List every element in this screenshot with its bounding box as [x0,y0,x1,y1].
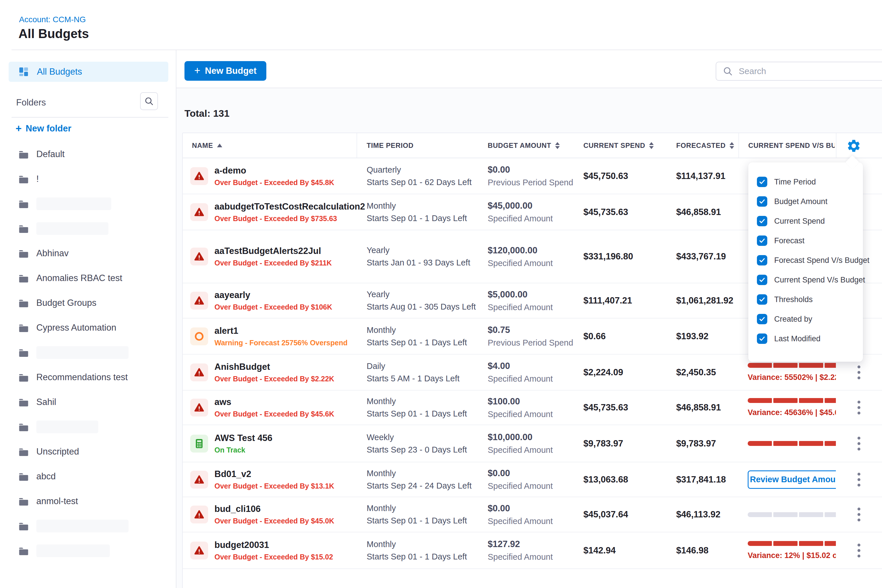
sidebar-folder-redacted[interactable] [0,538,175,563]
folder-search-button[interactable] [140,92,158,110]
current-spend-cell: $9,783.97 [584,425,673,462]
row-menu-button[interactable] [855,541,863,560]
search-box [716,62,882,81]
sidebar-folder-unscripted[interactable]: Unscripted [0,439,175,464]
table-row[interactable]: budget20031Over Budget - Exceeded By $15… [183,532,882,569]
time-period-cell: YearlyStarts Aug 01 - 305 Days Left [367,284,485,318]
checkbox-checked-icon[interactable] [757,294,767,304]
on-track-icon [190,435,208,453]
progress-segment [825,512,836,517]
budget-amount-cell: $0.00Specified Amount [488,462,580,496]
column-toggle-budget-amount[interactable]: Budget Amount [748,192,863,211]
sidebar-folder-sahil[interactable]: Sahil [0,390,175,414]
column-toggle-label: Forecast Spend V/s Budget [774,256,869,265]
forecasted-cell: $46,113.92 [676,497,747,532]
column-header-forecasted[interactable]: FORECASTED [676,133,734,158]
column-header-current-spend[interactable]: CURRENT SPEND [584,133,654,158]
forecasted-value: $2,450.35 [676,367,747,378]
folder-icon [18,347,29,358]
table-row[interactable]: awsOver Budget - Exceeded By $45.6KMonth… [183,390,882,425]
actions-cell [850,532,868,568]
progress-segment [748,398,772,403]
name-cell: Bd01_v2Over Budget - Exceeded By $13.1K [190,462,352,496]
sidebar-folder-cypress-automation[interactable]: Cypress Automation [0,315,175,340]
time-period-cell: WeeklyStarts Sep 23 - 0 Days Left [367,425,485,462]
checkbox-checked-icon[interactable] [757,216,767,226]
over-budget-warning-icon [190,399,208,417]
row-menu-button[interactable] [855,434,863,453]
checkbox-checked-icon[interactable] [757,314,767,324]
budget-name: aws [214,397,334,407]
column-settings-button[interactable] [846,137,864,154]
progress-segment [825,398,836,403]
current-spend-value: $2,224.09 [584,367,673,378]
row-menu-button[interactable] [855,363,863,382]
sidebar-folder-recommendations-test[interactable]: Recommendations test [0,365,175,390]
sidebar-folder-redacted[interactable] [0,216,175,241]
sidebar-folder-budget-groups[interactable]: Budget Groups [0,291,175,315]
forecasted-cell: $146.98 [676,532,747,568]
table-row[interactable]: AWS Test 456On TrackWeeklyStarts Sep 23 … [183,425,882,462]
column-header-name[interactable]: NAME [192,133,222,158]
account-breadcrumb-link[interactable]: Account: CCM-NG [19,15,86,24]
new-budget-button[interactable]: + New Budget [184,61,266,81]
period-detail: Starts Sep 01 - 1 Days Left [367,516,485,525]
column-header-current-vs-budget[interactable]: CURRENT SPEND V/S BUDGET [748,133,835,158]
sidebar-folder--[interactable]: ! [0,166,175,191]
forecasted-value: $114,137.91 [676,171,747,181]
table-row[interactable]: Bd01_v2Over Budget - Exceeded By $13.1KM… [183,462,882,497]
sidebar-folder-abhinav[interactable]: Abhinav [0,241,175,266]
column-header-budget-amount[interactable]: BUDGET AMOUNT [488,133,560,158]
variance-text: Variance: 45636% | $45.6 [748,408,836,417]
review-budget-amount-button[interactable]: Review Budget Amount [748,470,836,489]
sidebar-folder-redacted[interactable] [0,414,175,439]
column-toggle-thresholds[interactable]: Thresholds [748,290,863,309]
folder-icon [18,471,29,482]
sidebar-folder-redacted[interactable] [0,340,175,365]
checkbox-checked-icon[interactable] [757,333,767,344]
time-period-cell: DailyStarts 5 AM - 1 Days Left [367,354,485,390]
column-toggle-current-spend-v-s-budget[interactable]: Current Spend V/s Budget [748,270,863,290]
search-input[interactable] [739,66,872,76]
column-toggle-label: Time Period [774,177,816,186]
current-spend-value: $9,783.97 [584,438,673,449]
column-toggle-label: Last Modified [774,334,820,343]
new-folder-button[interactable]: + New folder [16,123,72,134]
budget-amount-basis: Specified Amount [488,410,580,419]
column-toggle-forecast-spend-v-s-budget[interactable]: Forecast Spend V/s Budget [748,250,863,270]
sidebar-item-all-budgets[interactable]: All Budgets [9,62,168,82]
row-menu-button[interactable] [855,470,863,489]
forecasted-cell: $2,450.35 [676,354,747,390]
checkbox-checked-icon[interactable] [757,275,767,285]
period-type: Monthly [367,469,485,478]
sidebar-folder-anomalies-rbac-test[interactable]: Anomalies RBAC test [0,266,175,291]
forecasted-value: $193.92 [676,331,747,342]
column-toggle-time-period[interactable]: Time Period [748,172,863,192]
search-icon [144,96,154,106]
sidebar-folder-default[interactable]: Default [0,142,175,166]
row-menu-button[interactable] [855,398,863,417]
column-header-time-period[interactable]: TIME PERIOD [367,133,414,158]
column-toggle-created-by[interactable]: Created by [748,309,863,329]
checkbox-checked-icon[interactable] [757,236,767,246]
over-budget-warning-icon [190,203,208,221]
checkbox-checked-icon[interactable] [757,255,767,266]
column-toggle-last-modified[interactable]: Last Modified [748,329,863,348]
folders-divider [12,117,168,118]
forecasted-value: $46,858.91 [676,207,747,218]
forecasted-value: $46,858.91 [676,402,747,413]
budget-amount-value: $4.00 [488,361,580,371]
sidebar-folder-abcd[interactable]: abcd [0,464,175,489]
table-row[interactable]: bud_cli106Over Budget - Exceeded By $45.… [183,497,882,532]
checkbox-checked-icon[interactable] [757,196,767,207]
budget-name: AnishBudget [214,362,334,372]
column-toggle-forecast[interactable]: Forecast [748,231,863,250]
column-toggle-current-spend[interactable]: Current Spend [748,211,863,231]
sidebar-folder-anmol-test[interactable]: anmol-test [0,489,175,514]
budget-amount-cell: $100.00Specified Amount [488,390,580,424]
checkbox-checked-icon[interactable] [757,177,767,187]
sidebar-folder-redacted[interactable] [0,514,175,538]
row-menu-button[interactable] [855,505,863,524]
sidebar-folder-redacted[interactable] [0,191,175,216]
progress-segment [773,541,798,546]
